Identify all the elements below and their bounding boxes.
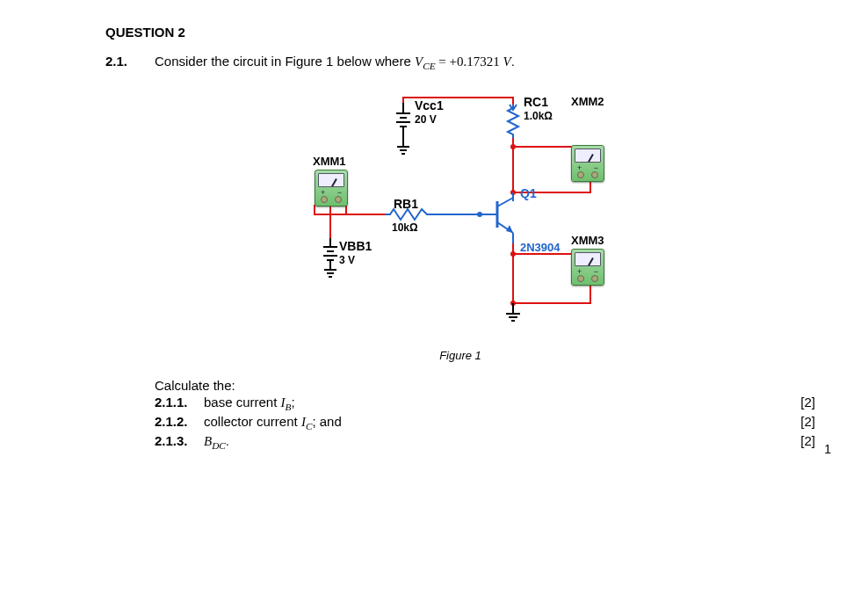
circuit-svg: [285, 89, 636, 344]
page-content: QUESTION 2 2.1. Consider the circuit in …: [105, 25, 815, 451]
subq-body: Consider the circuit in Figure 1 below w…: [155, 54, 815, 71]
xmm3-label: XMM3: [571, 235, 604, 247]
question-2.1: 2.1. Consider the circuit in Figure 1 be…: [105, 54, 815, 71]
rc1-label: RC11.0kΩ: [524, 96, 553, 123]
calc-items: 2.1.1. base current IB; [2] 2.1.2. colle…: [155, 395, 815, 451]
vce-var: V: [415, 54, 423, 69]
emitter-ground: [506, 303, 520, 321]
calc-item-2.1.2: 2.1.2. collector current IC; and [2]: [155, 414, 815, 431]
svg-point-19: [477, 212, 482, 217]
vcc1-symbol: [396, 103, 410, 154]
question-title: QUESTION 2: [105, 25, 815, 40]
item-body: base current IB;: [204, 395, 780, 412]
vbb1-label: VBB13 V: [339, 240, 372, 267]
item-marks: [2]: [780, 395, 815, 409]
vce-sub: CE: [423, 61, 435, 71]
xmm2-meter: +−: [571, 145, 604, 182]
vcc1-label: Vcc120 V: [415, 99, 444, 127]
circuit-diagram: +− +− +− Vcc120 V RC11.0kΩ RB1 10kΩ: [285, 89, 636, 344]
calc-item-2.1.3: 2.1.3. BDC. [2]: [155, 433, 815, 451]
q1-part: 2N3904: [520, 242, 561, 254]
rb1-label: RB1: [394, 198, 418, 211]
rb1-value: 10kΩ: [392, 222, 418, 234]
page-number: 1: [824, 442, 831, 456]
xmm3-meter: +−: [571, 249, 604, 286]
xmm1-label: XMM1: [313, 156, 346, 168]
item-body: collector current IC; and: [204, 414, 780, 431]
prompt-suffix: .: [511, 54, 515, 69]
calculate-heading: Calculate the:: [155, 378, 815, 393]
subq-number: 2.1.: [105, 54, 155, 69]
item-body: BDC.: [204, 433, 780, 451]
item-marks: [2]: [780, 414, 815, 429]
figure-1: +− +− +− Vcc120 V RC11.0kΩ RB1 10kΩ: [105, 89, 815, 344]
item-num: 2.1.1.: [155, 395, 204, 409]
prompt-prefix: Consider the circuit in Figure 1 below w…: [155, 54, 415, 69]
vbb1-symbol: [323, 238, 337, 277]
svg-line-15: [497, 198, 513, 207]
xmm1-meter: +−: [315, 170, 348, 207]
svg-point-29: [510, 251, 516, 257]
item-num: 2.1.2.: [155, 414, 204, 429]
vce-unit: V: [503, 54, 510, 69]
calc-item-2.1.1: 2.1.1. base current IB; [2]: [155, 395, 815, 412]
svg-point-10: [510, 144, 516, 149]
xmm2-label: XMM2: [571, 96, 604, 108]
vce-eq: = +0.17321: [436, 54, 503, 69]
rc1-symbol: [508, 105, 518, 138]
q1-label: Q1: [520, 187, 537, 200]
item-marks: [2]: [780, 433, 815, 448]
figure-caption: Figure 1: [105, 349, 815, 362]
q1-symbol: [480, 192, 513, 243]
item-num: 2.1.3.: [155, 433, 204, 448]
